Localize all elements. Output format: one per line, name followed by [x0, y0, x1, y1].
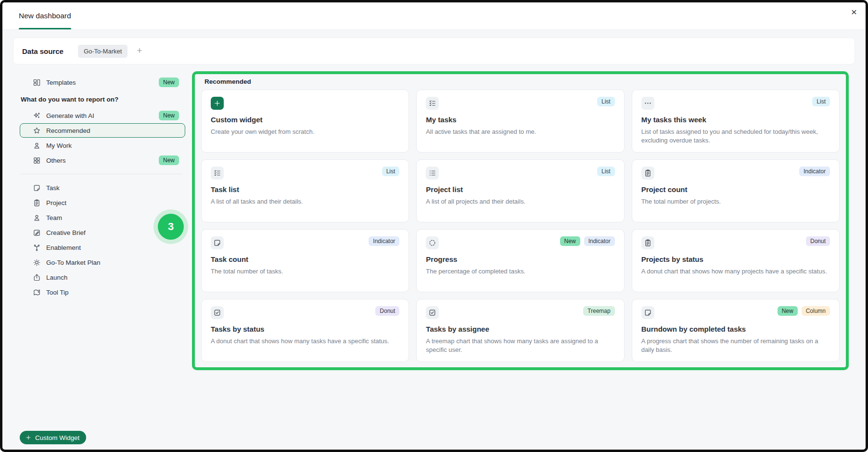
board-icon: [33, 78, 41, 87]
card-header: NewIndicator: [426, 236, 614, 249]
content-area: TemplatesNew What do you want to report …: [2, 65, 866, 370]
card-title: Task count: [211, 255, 399, 263]
card-header: Donut: [641, 236, 830, 249]
sidebar-item-label: Enablement: [46, 244, 179, 251]
sidebar-item-launch[interactable]: Launch: [20, 270, 185, 284]
new-badge: New: [560, 236, 580, 246]
card-title: My tasks this week: [641, 116, 830, 124]
close-icon[interactable]: ×: [849, 5, 859, 19]
annotation-step-number: 3: [158, 214, 184, 240]
clipboard-icon: [641, 167, 654, 180]
widget-card-custom-widget[interactable]: Custom widgetCreate your own widget from…: [201, 90, 409, 153]
card-header: List: [211, 167, 399, 180]
widget-card-tasks-by-status[interactable]: DonutTasks by statusA donut chart that s…: [201, 299, 409, 362]
page-title: New dashboard: [19, 12, 71, 20]
new-badge: New: [159, 77, 179, 87]
card-title: Project list: [426, 185, 614, 194]
clipboard-icon: [641, 236, 654, 249]
sidebar-item-label: Tool Tip: [46, 289, 179, 296]
sidebar-item-my-work[interactable]: My Work: [20, 138, 185, 153]
sidebar-item-go-to-market-plan[interactable]: Go-To Market Plan: [20, 255, 185, 270]
card-header: [211, 97, 399, 110]
annotation-step-badge: 3: [153, 209, 188, 244]
sidebar-item-label: My Work: [46, 142, 179, 149]
widget-card-project-list[interactable]: ListProject listA list of all projects a…: [416, 159, 624, 222]
widget-card-task-list[interactable]: ListTask listA list of all tasks and the…: [201, 159, 409, 222]
custom-widget-button[interactable]: Custom Widget: [20, 431, 86, 444]
sidebar-item-generate-with-ai[interactable]: Generate with AINew: [20, 108, 185, 123]
sidebar-item-tool-tip[interactable]: Tool Tip: [20, 285, 185, 299]
person-icon: [33, 214, 41, 222]
card-description: Create your own widget from scratch.: [211, 128, 399, 136]
map-icon: [33, 288, 41, 297]
card-badges: NewColumn: [778, 306, 830, 316]
card-description: A donut chart that shows how many projec…: [641, 267, 830, 276]
grid-icon: [33, 156, 41, 165]
sidebar-item-label: Templates: [46, 79, 153, 86]
ellipsis-icon: [641, 97, 654, 110]
new-badge: New: [159, 111, 179, 120]
card-badges: Donut: [806, 236, 830, 246]
card-title: Projects by status: [641, 255, 830, 263]
sidebar-item-label: Launch: [46, 274, 179, 281]
plus-icon: [25, 434, 32, 441]
card-badges: NewIndicator: [560, 236, 615, 246]
card-badges: Indicator: [799, 167, 830, 176]
widget-card-tasks-by-assignee[interactable]: TreemapTasks by assigneeA treemap chart …: [416, 299, 624, 362]
sidebar-divider: [21, 174, 182, 174]
card-description: A progress chart that shows the number o…: [641, 337, 830, 355]
sidebar-item-templates[interactable]: TemplatesNew: [20, 75, 185, 90]
data-source-chip[interactable]: Go-To-Market: [78, 45, 128, 58]
donut-badge: Donut: [375, 306, 399, 316]
card-description: All active tasks that are assigned to me…: [426, 128, 614, 136]
dashboard-modal: New dashboard × Data source Go-To-Market…: [0, 0, 868, 452]
sidebar-item-label: Project: [46, 199, 179, 207]
data-source-label: Data source: [22, 47, 64, 55]
sidebar-item-label: Go-To Market Plan: [46, 259, 179, 266]
card-header: Treemap: [426, 306, 614, 319]
sidebar-item-project[interactable]: Project: [20, 195, 185, 210]
recommended-highlight-box: Recommended Custom widgetCreate your own…: [192, 71, 849, 370]
branch-icon: [33, 244, 41, 252]
card-title: Project count: [641, 185, 830, 194]
widget-card-project-count[interactable]: IndicatorProject countThe total number o…: [632, 159, 840, 222]
indicator-badge: Indicator: [799, 167, 830, 176]
card-description: The total number of tasks.: [211, 267, 399, 276]
card-header: Donut: [211, 306, 399, 319]
card-title: Tasks by status: [211, 325, 399, 333]
card-badges: Treemap: [583, 306, 615, 316]
list-badge: List: [597, 97, 615, 106]
checklist-icon: [426, 97, 439, 110]
data-source-bar: Data source Go-To-Market: [13, 38, 855, 65]
person-icon: [33, 142, 41, 150]
card-description: A treemap chart that shows how many task…: [426, 337, 614, 355]
card-badges: List: [597, 97, 615, 106]
sidebar-item-task[interactable]: Task: [20, 181, 185, 195]
list-badge: List: [812, 97, 830, 106]
widget-card-projects-by-status[interactable]: DonutProjects by statusA donut chart tha…: [632, 229, 840, 292]
widget-card-progress[interactable]: NewIndicatorProgressThe percentage of co…: [416, 229, 624, 292]
tab-new-dashboard[interactable]: New dashboard: [19, 2, 71, 29]
widget-card-task-count[interactable]: IndicatorTask countThe total number of t…: [201, 229, 409, 292]
note-icon: [641, 306, 654, 319]
widget-card-my-tasks[interactable]: ListMy tasksAll active tasks that are as…: [416, 90, 624, 153]
checkbox-icon: [426, 306, 439, 319]
card-header: Indicator: [211, 236, 399, 249]
card-title: Burndown by completed tasks: [641, 325, 830, 333]
sidebar-heading: What do you want to report on?: [21, 96, 185, 103]
widget-card-burndown-by-completed-tasks[interactable]: NewColumnBurndown by completed tasksA pr…: [632, 299, 840, 362]
sidebar-item-recommended[interactable]: Recommended: [20, 123, 185, 138]
card-description: A list of all projects and their details…: [426, 197, 614, 206]
sparkle-icon: [33, 112, 41, 120]
sidebar-item-label: Task: [46, 184, 179, 192]
card-badges: Donut: [375, 306, 399, 316]
sidebar-item-enablement[interactable]: Enablement: [20, 240, 185, 255]
card-header: List: [641, 97, 830, 110]
widget-card-grid: Custom widgetCreate your own widget from…: [201, 90, 840, 362]
plus-icon: [211, 97, 224, 110]
sidebar-item-label: Generate with AI: [46, 112, 153, 119]
add-data-source-button[interactable]: [134, 46, 145, 56]
widget-card-my-tasks-this-week[interactable]: ListMy tasks this weekList of tasks assi…: [632, 90, 840, 153]
new-badge: New: [778, 306, 798, 316]
sidebar-item-others[interactable]: OthersNew: [20, 153, 185, 168]
